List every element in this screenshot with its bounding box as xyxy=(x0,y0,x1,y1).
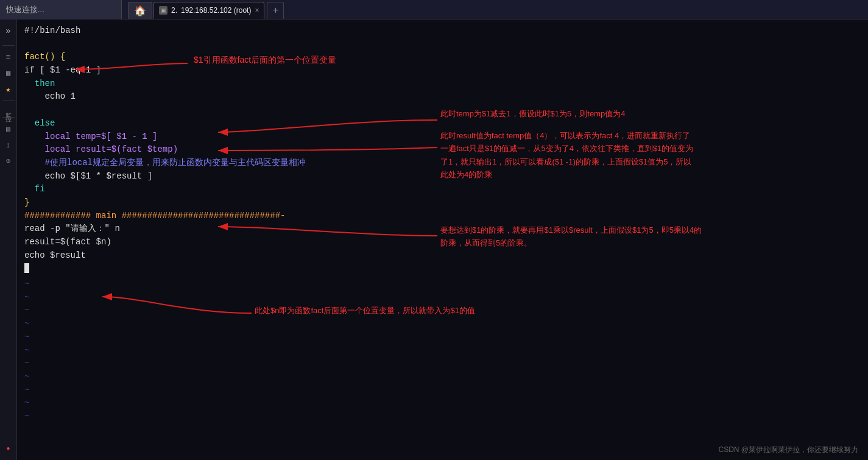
tab-active[interactable]: ▣ 2. 192.168.52.102 (root) × xyxy=(153,2,264,19)
file-icon[interactable]: ▤ xyxy=(2,122,15,136)
tab-ip: 192.168.52.102 (root) xyxy=(181,6,251,15)
sidebar-divider-3 xyxy=(2,117,15,118)
terminal[interactable]: #!/bin/bash fact() { if [ $1 -eq 1 ] the… xyxy=(17,19,868,460)
star-icon[interactable]: ★ xyxy=(2,82,15,96)
tab-home-button[interactable]: 🏠 xyxy=(128,2,152,19)
sidebar: » ≡ ▦ ★ 监 控 ▤ ↕ ⊙ ● xyxy=(0,19,17,460)
tilde-line-11: ~ xyxy=(24,410,861,423)
code-line-12: echo $[$1 * $result ] xyxy=(24,170,861,183)
sidebar-collapse-button[interactable]: » xyxy=(2,24,15,38)
tilde-line-3: ~ xyxy=(24,304,861,317)
code-line-blank-1 xyxy=(24,38,861,51)
tilde-line-7: ~ xyxy=(24,357,861,370)
bottom-icon[interactable]: ● xyxy=(2,442,15,455)
code-line-4: if [ $1 -eq 1 ] xyxy=(24,64,861,77)
titlebar: 快速连接... 🏠 ▣ 2. 192.168.52.102 (root) × + xyxy=(0,0,868,19)
code-line-15: ############# main #####################… xyxy=(24,210,861,223)
code-line-17: result=$(fact $n) xyxy=(24,236,861,249)
transfer-icon[interactable]: ↕ xyxy=(2,138,15,152)
settings-icon[interactable]: ⊙ xyxy=(2,154,15,168)
tab-close-button[interactable]: × xyxy=(255,6,259,15)
code-line-3: fact() { xyxy=(24,51,861,64)
sidebar-divider-1 xyxy=(2,45,15,46)
tab-new-button[interactable]: + xyxy=(267,2,284,19)
tilde-line-8: ~ xyxy=(24,370,861,384)
code-line-10: local result=$(fact $temp) xyxy=(24,143,861,157)
main-layout: » ≡ ▦ ★ 监 控 ▤ ↕ ⊙ ● #!/bin/bash fact() {… xyxy=(0,19,868,460)
tab-icon: ▣ xyxy=(159,6,168,15)
tilde-line-2: ~ xyxy=(24,291,861,305)
quick-connect[interactable]: 快速连接... xyxy=(0,0,122,19)
code-line-19 xyxy=(24,262,861,275)
code-line-9: local temp=$[ $1 - 1 ] xyxy=(24,130,861,144)
monitor-icon[interactable]: ≡ xyxy=(2,51,15,64)
code-line-11: #使用local规定全局变量，用来防止函数内变量与主代码区变量相冲 xyxy=(24,157,861,170)
code-line-6: echo 1 xyxy=(24,90,861,104)
code-line-13: fi xyxy=(24,183,861,196)
tilde-line-4: ~ xyxy=(24,317,861,331)
code-line-16: read -p "请输入：" n xyxy=(24,222,861,236)
watermark: CSDN @莱伊拉啊莱伊拉，你还要继续努力 xyxy=(718,445,858,455)
tilde-line-9: ~ xyxy=(24,384,861,397)
tilde-line-10: ~ xyxy=(24,397,861,410)
tilde-line-6: ~ xyxy=(24,344,861,358)
code-line-18: echo $result xyxy=(24,249,861,263)
sidebar-divider-2 xyxy=(2,101,15,101)
code-line-5: then xyxy=(24,77,861,91)
sidebar-label-control2: 控 xyxy=(4,110,13,112)
sidebar-label-control: 监 xyxy=(4,106,13,108)
tilde-line-5: ~ xyxy=(24,331,861,344)
code-line-8: else xyxy=(24,117,861,130)
tabs-area: 🏠 ▣ 2. 192.168.52.102 (root) × + xyxy=(122,0,868,19)
tab-number: 2. xyxy=(171,6,177,15)
grid-icon[interactable]: ▦ xyxy=(2,66,15,80)
code-line-1: #!/bin/bash xyxy=(24,24,861,38)
tilde-line-1: ~ xyxy=(24,278,861,291)
code-line-blank-2 xyxy=(24,104,861,117)
code-line-14: } xyxy=(24,196,861,210)
